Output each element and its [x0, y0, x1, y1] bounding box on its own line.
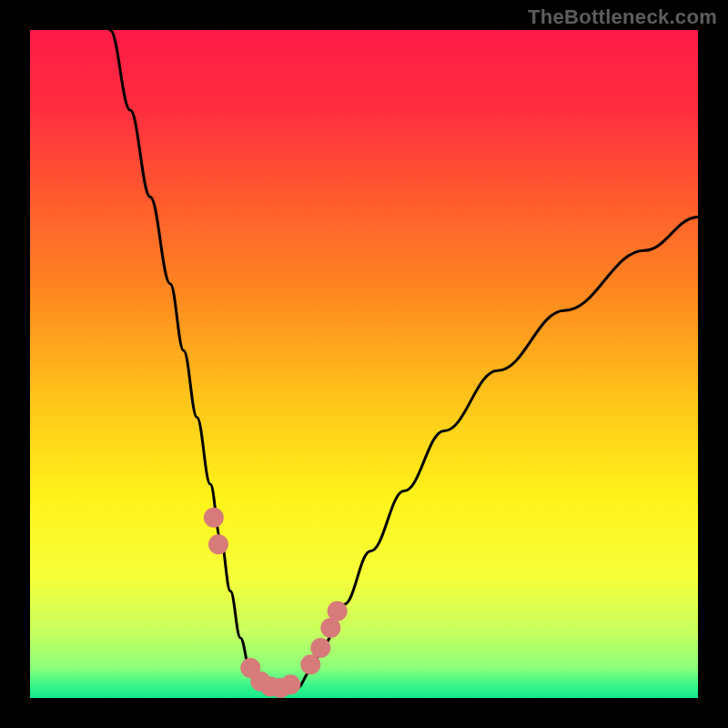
- watermark-text: TheBottleneck.com: [528, 5, 717, 29]
- bottleneck-chart: [0, 0, 728, 728]
- chart-stage: TheBottleneck.com: [0, 0, 728, 728]
- marker-dot: [310, 638, 330, 658]
- marker-dot: [280, 674, 300, 694]
- marker-dot: [204, 508, 224, 528]
- gradient-background: [30, 30, 698, 698]
- marker-dot: [208, 534, 228, 554]
- marker-dot: [328, 602, 348, 622]
- marker-dot: [300, 654, 320, 674]
